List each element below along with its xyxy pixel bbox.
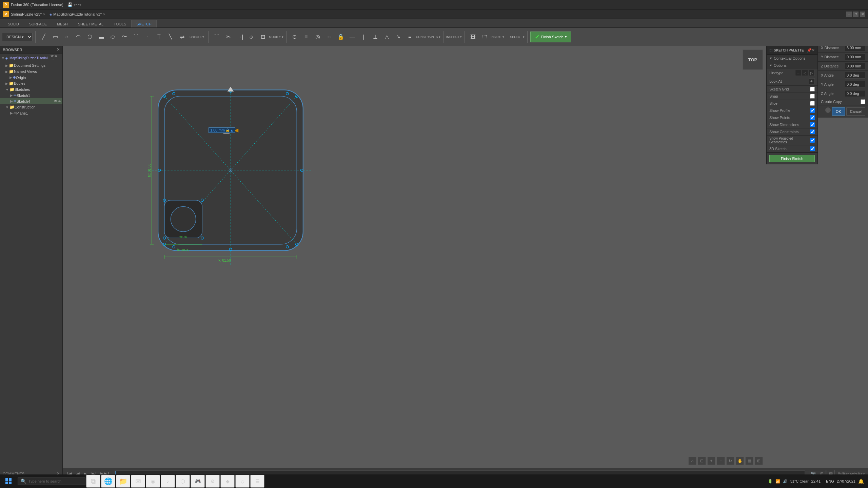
equal-btn[interactable]: =: [405, 32, 415, 42]
spline-tool-btn[interactable]: 〜: [119, 32, 130, 42]
zoom-in-btn[interactable]: +: [707, 457, 715, 465]
finish-sketch-btn[interactable]: ✓ Finish Sketch ▾: [530, 32, 571, 42]
canvas-btn[interactable]: 🖼: [468, 32, 478, 42]
linetype-solid-btn[interactable]: ─: [795, 70, 801, 76]
taskbar-edge-btn[interactable]: 🌐: [101, 475, 115, 488]
taskbar-app4-btn[interactable]: 🎮: [191, 475, 205, 488]
browser-sketch1[interactable]: ▶ ✏ Sketch1: [0, 93, 62, 98]
show-projected-checkbox[interactable]: [810, 138, 815, 143]
browser-doc-root[interactable]: ▼ ◈ MapSlidingPuzzleTutorial... 👁 ✏ ⋯: [0, 54, 62, 62]
offset-btn[interactable]: ⊟: [257, 32, 268, 42]
snap-checkbox[interactable]: [810, 94, 815, 99]
expand-icon-2[interactable]: ▶: [5, 70, 8, 74]
taskbar-search[interactable]: 🔍 Type here to search: [18, 477, 85, 485]
conic-tool-btn[interactable]: ⌒: [131, 32, 141, 42]
taskbar-app5-btn[interactable]: ⚙: [205, 475, 220, 488]
expand-icon-7[interactable]: ▶: [10, 99, 13, 103]
sketch-3d-checkbox[interactable]: [810, 146, 815, 151]
browser-plane1[interactable]: ▶ ▱ Plane1: [0, 110, 62, 116]
create-group-label[interactable]: CREATE ▾: [188, 35, 205, 39]
expand-icon-1[interactable]: ▶: [5, 64, 8, 67]
options-header[interactable]: ▼ Options: [767, 62, 817, 69]
minimize-btn[interactable]: ─: [846, 12, 852, 17]
home-btn[interactable]: ⌂: [688, 457, 696, 465]
look-at-btn[interactable]: 👁: [809, 78, 815, 84]
inspect-label[interactable]: INSPECT ▾: [446, 35, 462, 39]
browser-construction[interactable]: ▼ 📁 Construction: [0, 104, 62, 110]
tab-sketch[interactable]: SKETCH: [131, 20, 157, 27]
text-tool-btn[interactable]: T: [154, 32, 164, 42]
expand-icon-0[interactable]: ▼: [1, 56, 5, 60]
linetype-left-btn[interactable]: ◁: [802, 70, 808, 76]
create-copy-checkbox[interactable]: [861, 99, 865, 104]
show-points-checkbox[interactable]: [810, 115, 815, 120]
nav-cube[interactable]: TOP: [743, 49, 763, 70]
concentric-btn[interactable]: ◎: [312, 32, 323, 42]
doc-tab-close-1[interactable]: ✕: [43, 13, 45, 16]
midpoint-btn[interactable]: ↔: [324, 32, 335, 42]
info-icon[interactable]: i: [825, 107, 831, 113]
browser-doc-settings[interactable]: ▶ 📁 Document Settings: [0, 62, 62, 68]
line-tool-btn[interactable]: ╱: [38, 32, 49, 42]
main-viewport[interactable]: fx: 81.50 fx: 81.50 fx: 20.00 fx: 30 fx:…: [63, 46, 868, 468]
y-angle-input[interactable]: [845, 81, 865, 88]
fillet-btn[interactable]: ⌒: [211, 32, 222, 42]
horizontal-btn[interactable]: —: [347, 32, 358, 42]
tangent-btn[interactable]: △: [381, 32, 392, 42]
display-mode-btn[interactable]: ▤: [745, 457, 753, 465]
extend-btn[interactable]: →|: [234, 32, 245, 42]
move-cancel-btn[interactable]: Cancel: [846, 107, 865, 116]
zoom-out-btn[interactable]: −: [717, 457, 725, 465]
mirror-btn[interactable]: ⇌: [177, 32, 188, 42]
fix-btn[interactable]: 🔒: [335, 32, 346, 42]
taskbar-app1-btn[interactable]: ◉: [146, 475, 160, 488]
expand-icon-9[interactable]: ▶: [10, 111, 13, 115]
doc-tab-close-2[interactable]: ✕: [103, 13, 105, 16]
move-ok-btn[interactable]: OK: [832, 107, 845, 116]
maximize-btn[interactable]: □: [853, 12, 859, 17]
doc-tab-2[interactable]: ◈ MapSlidingPuzzleTutorial v1* ✕: [50, 12, 105, 16]
poly-tool-btn[interactable]: ⬡: [84, 32, 95, 42]
circle-tool-btn[interactable]: ○: [61, 32, 72, 42]
taskbar-explorer-btn[interactable]: 📁: [116, 475, 130, 488]
insert-label[interactable]: INSERT ▾: [491, 35, 504, 39]
tab-solid[interactable]: SOLID: [3, 20, 24, 27]
rect2-tool-btn[interactable]: ▬: [96, 32, 107, 42]
show-constraints-checkbox[interactable]: [810, 129, 815, 134]
smooth-btn[interactable]: ∿: [393, 32, 404, 42]
browser-sketches[interactable]: ▼ 📁 Sketches: [0, 86, 62, 93]
tab-sheet-metal[interactable]: SHEET METAL: [73, 20, 108, 27]
fit-btn[interactable]: ⊡: [698, 457, 706, 465]
doc-tab-1[interactable]: SlidingPuzzle v23* ✕: [11, 12, 45, 16]
taskbar-app7-btn[interactable]: ◇: [235, 475, 250, 488]
taskbar-app8-btn[interactable]: ☰: [250, 475, 264, 488]
finish-dropdown[interactable]: ▾: [565, 35, 567, 39]
z-angle-input[interactable]: [845, 90, 865, 97]
expand-icon-6[interactable]: ▶: [10, 94, 13, 97]
design-dropdown[interactable]: DESIGN ▾: [2, 33, 33, 41]
z-distance-input[interactable]: [845, 63, 865, 69]
taskbar-app2-btn[interactable]: ♪: [161, 475, 175, 488]
select-label[interactable]: SELECT ▾: [510, 35, 524, 39]
dim-arrow-icon[interactable]: ▲: [230, 128, 234, 132]
dxf-btn[interactable]: ⬚: [479, 32, 490, 42]
x-angle-input[interactable]: [845, 72, 865, 79]
sketch-palette-pin[interactable]: 📌: [807, 48, 812, 53]
orbit-btn[interactable]: ↻: [726, 457, 734, 465]
sketch-palette-close[interactable]: ✕: [812, 48, 815, 53]
slice-checkbox[interactable]: [810, 101, 815, 106]
browser-bodies[interactable]: ▶ 📁 Bodies: [0, 80, 62, 86]
contextual-options-header[interactable]: ▼ Contextual Options: [767, 55, 817, 62]
y-distance-input[interactable]: [845, 54, 865, 60]
linetype-right-btn[interactable]: ▷: [809, 70, 815, 76]
tab-surface[interactable]: SURFACE: [24, 20, 52, 27]
constraints-label[interactable]: CONSTRAINTS ▾: [416, 35, 440, 39]
break-btn[interactable]: ⌽: [246, 32, 257, 42]
fitpoint-btn[interactable]: ╲: [165, 32, 176, 42]
expand-icon-8[interactable]: ▼: [5, 105, 9, 109]
sketch-canvas[interactable]: fx: 81.50 fx: 81.50 fx: 20.00 fx: 30 fx:…: [63, 46, 868, 468]
close-btn[interactable]: ✕: [860, 12, 865, 17]
arc-tool-btn[interactable]: ◠: [73, 32, 84, 42]
taskbar-mail-btn[interactable]: ✉: [131, 475, 145, 488]
sketch-grid-checkbox[interactable]: [810, 87, 815, 92]
